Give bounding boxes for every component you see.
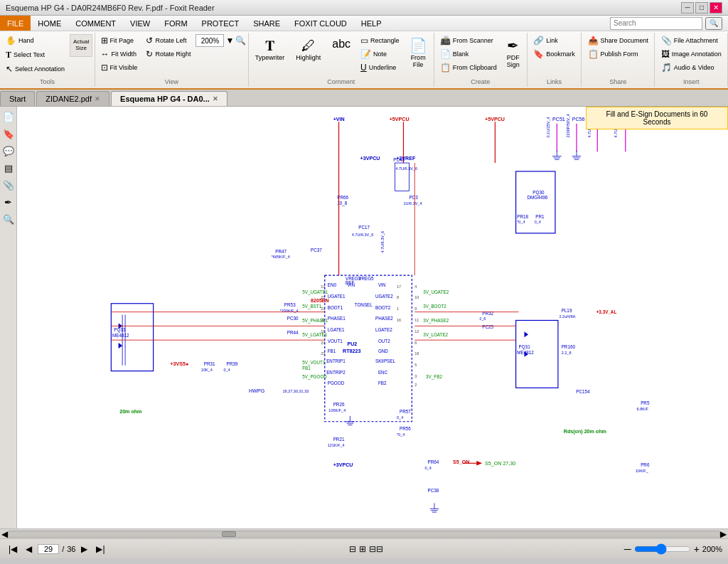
rotate-right-button[interactable]: ↻Rotate Right xyxy=(142,48,194,60)
zoom-dropdown-button[interactable]: ▼ xyxy=(225,36,234,46)
svg-text:FB1: FB1 xyxy=(328,348,336,353)
bookmark-button[interactable]: 🔖Bookmark xyxy=(530,48,579,60)
svg-text:5V_BST1: 5V_BST1 xyxy=(302,304,322,309)
svg-text:UGATE1: UGATE1 xyxy=(328,294,346,299)
underline-button[interactable]: UUnderline xyxy=(357,61,403,74)
next-page-button[interactable]: ▶ xyxy=(78,543,90,555)
svg-text:PR18: PR18 xyxy=(517,214,528,219)
horizontal-scrollbar[interactable]: ◀ ▶ xyxy=(0,528,728,538)
actual-size-button[interactable]: ActualSize xyxy=(70,34,92,57)
scroll-left-button[interactable]: ◀ xyxy=(1,529,8,539)
svg-text:13: 13 xyxy=(321,284,325,289)
svg-text:PR31: PR31 xyxy=(204,361,215,366)
rectangle-button[interactable]: ▭Rectangle xyxy=(357,34,403,47)
first-page-button[interactable]: |◀ xyxy=(6,543,20,555)
comment-buttons: 𝐓 Typewriter 🖊 Highlight abc ▭Rectangle … xyxy=(250,34,432,77)
search-button[interactable]: 🔍 xyxy=(705,17,722,30)
tab-esquema[interactable]: Esquema HP G4 - DA0... ✕ xyxy=(111,91,228,106)
prev-page-button[interactable]: ◀ xyxy=(23,543,35,555)
double-page-button[interactable]: ⊞ xyxy=(359,544,366,554)
tab-zidane[interactable]: ZIDANE2.pdf ✕ xyxy=(36,91,109,106)
menu-help[interactable]: HELP xyxy=(354,16,389,31)
pdf-sign-button[interactable]: ✒ PDFSign xyxy=(502,34,525,71)
page-number-input[interactable] xyxy=(38,544,59,554)
svg-text:10K/F_: 10K/F_ xyxy=(636,469,649,473)
typewriter-button[interactable]: 𝐓 Typewriter xyxy=(250,34,290,64)
tab-start[interactable]: Start xyxy=(0,91,35,106)
sidebar-comments-icon[interactable]: 💬 xyxy=(1,144,16,158)
svg-text:2: 2 xyxy=(414,383,417,387)
sidebar-search-icon[interactable]: 🔍 xyxy=(1,212,16,226)
svg-text:3V_BOOT2: 3V_BOOT2 xyxy=(423,304,446,309)
scroll-right-button[interactable]: ▶ xyxy=(720,529,727,539)
hand-tool-button[interactable]: ✋Hand xyxy=(2,34,68,47)
abc-button[interactable]: abc xyxy=(327,34,355,53)
ribbon-group-share: 📤Share Document 📋Publish Form Share xyxy=(582,33,655,87)
tab-esquema-close[interactable]: ✕ xyxy=(213,95,218,102)
tab-esquema-label: Esquema HP G4 - DA0... xyxy=(120,95,210,103)
sidebar-attachments-icon[interactable]: 📎 xyxy=(1,178,16,192)
ribbon: ✋Hand 𝐓Select Text ↖Select Annotation Ac… xyxy=(0,31,728,90)
svg-text:20: 20 xyxy=(321,318,325,322)
notification-banner: Fill and E-Sign Documents in 60 Seconds xyxy=(586,107,728,129)
select-annotation-button[interactable]: ↖Select Annotation xyxy=(2,63,68,75)
zoom-out-button[interactable]: ─ xyxy=(624,543,631,555)
sidebar-bookmarks-icon[interactable]: 🔖 xyxy=(1,127,16,141)
zoom-in-button[interactable]: + xyxy=(694,543,700,555)
file-attachment-button[interactable]: 📎File Attachment xyxy=(658,34,725,47)
zoom-input[interactable] xyxy=(196,34,224,47)
svg-text:PC17: PC17 xyxy=(358,225,370,230)
svg-text:PC56: PC56 xyxy=(572,117,585,122)
minimize-button[interactable]: ─ xyxy=(681,2,694,14)
highlight-button[interactable]: 🖊 Highlight xyxy=(291,34,326,64)
menu-home[interactable]: HOME xyxy=(31,16,68,31)
from-scanner-button[interactable]: 📠From Scanner xyxy=(437,34,500,47)
link-button[interactable]: 🔗Link xyxy=(530,34,579,47)
menu-foxit-cloud[interactable]: FOXIT CLOUD xyxy=(287,16,354,31)
select-text-button[interactable]: 𝐓Select Text xyxy=(2,48,68,61)
tab-zidane-close[interactable]: ✕ xyxy=(95,95,100,102)
publish-form-button[interactable]: 📋Publish Form xyxy=(584,48,653,60)
sidebar-layers-icon[interactable]: ▤ xyxy=(1,161,16,175)
sidebar-pages-icon[interactable]: 📄 xyxy=(1,110,16,124)
zoom-fit-button[interactable]: 🔍 xyxy=(235,36,246,46)
menu-protect[interactable]: PROTECT xyxy=(195,16,247,31)
note-button[interactable]: 📝Note xyxy=(357,48,403,60)
share-document-button[interactable]: 📤Share Document xyxy=(584,34,653,47)
search-input[interactable] xyxy=(610,17,702,30)
menu-view[interactable]: VIEW xyxy=(123,16,157,31)
maximize-button[interactable]: □ xyxy=(695,2,708,14)
audio-video-button[interactable]: 🎵Audio & Video xyxy=(658,61,725,74)
fit-page-button[interactable]: ⊞Fit Page xyxy=(97,34,141,47)
image-annotation-button[interactable]: 🖼Image Annotation xyxy=(658,48,725,60)
fit-visible-button[interactable]: ⊡Fit Visible xyxy=(97,61,141,74)
svg-text:ME4812: ME4812 xyxy=(112,333,129,338)
menu-comment[interactable]: COMMENT xyxy=(68,16,123,31)
svg-text:+5VPCU: +5VPCU xyxy=(485,117,505,122)
scroll-thumb[interactable] xyxy=(222,531,236,537)
menu-file[interactable]: FILE xyxy=(0,16,31,31)
blank-button[interactable]: 📄Blank xyxy=(437,48,500,60)
svg-text:ENTRIP1: ENTRIP1 xyxy=(326,358,346,363)
doc-canvas[interactable]: Fill and E-Sign Documents in 60 Seconds … xyxy=(17,107,728,528)
schematic-diagram: PC51 PC56 PC47 PC50 0.1U/25V_4 2200P/50V… xyxy=(17,107,728,528)
continuous-button[interactable]: ⊟⊟ xyxy=(369,544,383,554)
svg-text:PHASE1: PHASE1 xyxy=(328,316,346,321)
from-file-button[interactable]: 📄 FromFile xyxy=(405,34,432,71)
scroll-track[interactable] xyxy=(8,531,720,538)
fit-width-button[interactable]: ↔Fit Width xyxy=(97,48,141,60)
abc-icon: abc xyxy=(332,37,350,50)
close-button[interactable]: ✕ xyxy=(710,2,722,14)
rotate-left-button[interactable]: ↺Rotate Left xyxy=(142,34,194,47)
menu-form[interactable]: FORM xyxy=(157,16,194,31)
sidebar-signatures-icon[interactable]: ✒ xyxy=(1,195,16,209)
svg-text:3V_FB2: 3V_FB2 xyxy=(426,374,442,380)
menu-bar: FILE HOME COMMENT VIEW FORM PROTECT SHAR… xyxy=(0,16,728,31)
svg-text:0_4: 0_4 xyxy=(535,220,541,224)
ribbon-group-links: 🔗Link 🔖Bookmark Links xyxy=(528,33,582,87)
from-clipboard-button[interactable]: 📋From Clipboard xyxy=(437,61,500,74)
single-page-button[interactable]: ⊟ xyxy=(349,544,356,554)
zoom-slider[interactable] xyxy=(634,543,691,555)
menu-share[interactable]: SHARE xyxy=(246,16,287,31)
last-page-button[interactable]: ▶| xyxy=(93,543,107,555)
